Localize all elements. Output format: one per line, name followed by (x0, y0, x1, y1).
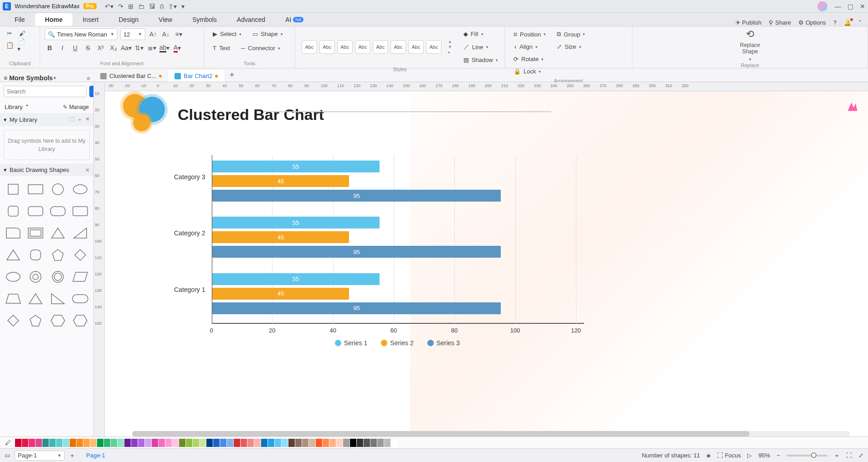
redo-icon[interactable]: ↷ (118, 3, 123, 10)
palette-swatch[interactable] (138, 439, 144, 447)
palette-swatch[interactable] (370, 439, 377, 447)
collapse-ribbon-icon[interactable]: ˄ (858, 19, 862, 26)
palette-swatch[interactable] (15, 439, 21, 447)
align-icon[interactable]: ≡▾ (174, 29, 184, 39)
size-button[interactable]: ⤢ Size▾ (553, 41, 589, 52)
font-family-select[interactable]: 🔍 Times New Roman ▼ (45, 28, 118, 40)
shape-diamond2[interactable] (5, 312, 22, 329)
palette-swatch[interactable] (124, 439, 131, 447)
palette-swatch[interactable] (90, 439, 97, 447)
shape-triangle2[interactable] (5, 246, 22, 264)
bar[interactable]: 55 (212, 217, 380, 228)
text-tool-button[interactable]: T Text (209, 42, 234, 54)
avatar[interactable] (817, 1, 827, 11)
shape-rounded-rect[interactable] (27, 202, 45, 220)
palette-swatch[interactable] (364, 439, 370, 447)
minimize-icon[interactable]: — (835, 3, 841, 10)
shape-triangle[interactable] (49, 224, 67, 242)
save-icon[interactable]: 🖫 (149, 3, 155, 10)
shape-ellipse[interactable] (71, 181, 89, 198)
palette-swatch[interactable] (56, 439, 62, 447)
basic-close-icon[interactable]: ✕ (85, 167, 90, 173)
line-button[interactable]: ／ Line ▾ (459, 41, 502, 53)
increase-font-icon[interactable]: A↑ (148, 29, 158, 39)
palette-swatch[interactable] (70, 439, 76, 447)
line-spacing-icon[interactable]: ⇅▾ (134, 43, 144, 53)
palette-swatch[interactable] (49, 439, 56, 447)
publish-button[interactable]: ✈ Publish (735, 19, 762, 26)
menu-view[interactable]: View (149, 13, 182, 26)
library-label[interactable]: Library (5, 104, 23, 110)
palette-swatch[interactable] (350, 439, 356, 447)
bar[interactable]: 95 (212, 190, 501, 202)
zoom-out-button[interactable]: − (776, 452, 780, 459)
shape-rect[interactable] (27, 181, 45, 198)
page-select[interactable]: Page-1▼ (15, 451, 65, 461)
style-swatch[interactable]: Abc (319, 40, 335, 54)
shape-circle[interactable] (49, 181, 67, 198)
palette-swatch[interactable] (172, 439, 179, 447)
menu-home[interactable]: Home (35, 13, 73, 26)
menu-advanced[interactable]: Advanced (227, 13, 275, 26)
palette-swatch[interactable] (186, 439, 192, 447)
bar[interactable]: 45 (212, 288, 349, 300)
shape-rounded-square[interactable] (5, 202, 22, 220)
palette-swatch[interactable] (323, 439, 329, 447)
shape-pentagon[interactable] (49, 246, 67, 264)
shape-right-triangle-up[interactable] (71, 224, 89, 242)
shape-triangle3[interactable] (27, 290, 45, 307)
bullets-icon[interactable]: ≣▾ (147, 43, 157, 53)
basic-shapes-header[interactable]: Basic Drawing Shapes (10, 166, 69, 173)
shadow-button[interactable]: ▨ Shadow ▾ (459, 54, 502, 66)
qat-more-icon[interactable]: ▾ (181, 3, 185, 10)
shape-hexagon2[interactable] (71, 312, 89, 329)
style-swatch[interactable]: Abc (337, 40, 353, 54)
palette-swatch[interactable] (329, 439, 336, 447)
palette-swatch[interactable] (131, 439, 138, 447)
select-tool-button[interactable]: ▶ Select ▾ (209, 28, 246, 40)
decrease-font-icon[interactable]: A↓ (161, 29, 171, 39)
shape-single-round[interactable] (5, 224, 22, 242)
copy-icon[interactable]: 📋 (5, 40, 15, 50)
font-size-select[interactable]: 12▼ (120, 28, 145, 40)
connector-tool-button[interactable]: ─ Connector ▾ (237, 42, 284, 54)
palette-swatch[interactable] (152, 439, 158, 447)
mylib-add-icon[interactable]: ＋ (77, 116, 82, 124)
style-swatch[interactable]: Abc (355, 40, 370, 54)
shape-trapezoid[interactable] (5, 290, 22, 307)
palette-swatch[interactable] (104, 439, 110, 447)
palette-swatch[interactable] (29, 439, 35, 447)
palette-swatch[interactable] (391, 439, 397, 447)
cut-icon[interactable]: ✂ (5, 28, 15, 38)
palette-swatch[interactable] (275, 439, 281, 447)
style-expand-icon[interactable]: ▾ (448, 50, 452, 55)
palette-swatch[interactable] (227, 439, 233, 447)
palette-swatch[interactable] (384, 439, 390, 447)
menu-ai[interactable]: AI hot (275, 13, 313, 26)
palette-swatch[interactable] (206, 439, 213, 447)
help-icon[interactable]: ? (833, 19, 837, 26)
italic-icon[interactable]: I (57, 43, 67, 53)
palette-swatch[interactable] (77, 439, 83, 447)
color-picker-icon[interactable]: 🖊 (4, 439, 12, 447)
undo-icon[interactable]: ↶▾ (105, 3, 113, 10)
palette-swatch[interactable] (36, 439, 42, 447)
palette-swatch[interactable] (193, 439, 199, 447)
palette-swatch[interactable] (295, 439, 302, 447)
fullscreen-icon[interactable]: ⤢ (858, 452, 863, 459)
bar[interactable]: 45 (212, 175, 349, 187)
palette-swatch[interactable] (282, 439, 288, 447)
style-scroll-down-icon[interactable]: ▼ (448, 45, 452, 49)
palette-swatch[interactable] (220, 439, 226, 447)
palette-swatch[interactable] (343, 439, 349, 447)
mylib-close-icon[interactable]: ✕ (85, 116, 90, 124)
zoom-slider[interactable] (786, 455, 827, 457)
bar[interactable]: 55 (212, 273, 380, 285)
style-swatch[interactable]: Abc (302, 40, 317, 54)
shape-pill[interactable] (71, 290, 89, 307)
shape-diamond[interactable] (71, 246, 89, 264)
palette-swatch[interactable] (159, 439, 165, 447)
shape-ellipse2[interactable] (5, 268, 22, 286)
shape-tool-button[interactable]: ▭ Shape ▾ (248, 28, 287, 40)
palette-swatch[interactable] (63, 439, 69, 447)
